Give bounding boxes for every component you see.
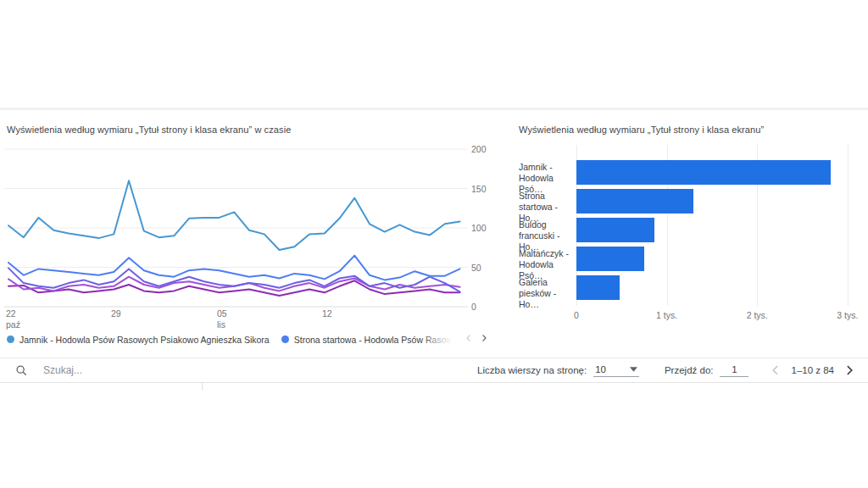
legend-series-label: Jamnik - Hodowla Psów Rasowych Psiakowo … [19, 335, 270, 345]
table-toolbar: Liczba wierszy na stronę: 10 Przejdź do:… [0, 358, 868, 383]
top-divider [0, 108, 868, 110]
bar-chart-plot: 01 tys.2 tys.3 tys.Jamnik -Hodowla Psó…S… [519, 144, 862, 322]
legend-series-dot-icon [281, 336, 289, 343]
page-range-label: 1–10 z 84 [791, 365, 834, 375]
line-chart-canvas[interactable] [0, 144, 509, 313]
line-y-axis-tick: 200 [471, 144, 487, 154]
bar[interactable] [576, 189, 693, 214]
search-input[interactable] [42, 363, 282, 377]
bar-x-axis-tick: 1 tys. [656, 310, 677, 320]
analytics-report-page: Wyświetlenia według wymiaru „Tytuł stron… [0, 0, 868, 488]
line-y-axis-tick: 0 [471, 302, 476, 312]
bar-x-axis-tick: 3 tys. [837, 310, 858, 320]
bar-gridline [848, 145, 849, 306]
rows-per-page-value: 10 [595, 364, 606, 374]
line-chart-legend: Jamnik - Hodowla Psów Rasowych Psiakowo … [7, 331, 507, 347]
rows-per-page-label: Liczba wierszy na stronę: [477, 365, 587, 375]
line-x-axis-tick: 12 [322, 308, 332, 319]
line-x-axis-tick: 22 paź [6, 308, 20, 330]
legend-item[interactable]: Jamnik - Hodowla Psów Rasowych Psiakowo … [7, 335, 270, 345]
line-x-axis-tick: 29 [111, 308, 121, 319]
line-y-axis-tick: 100 [471, 223, 487, 233]
dropdown-caret-icon [630, 367, 637, 372]
bar[interactable] [576, 218, 654, 242]
line-y-axis-tick: 50 [471, 263, 481, 273]
legend-fade [420, 331, 458, 347]
bar-chart-title: Wyświetlenia według wymiaru „Tytuł stron… [519, 125, 764, 135]
pagination-controls: Liczba wierszy na stronę: 10 Przejdź do:… [477, 362, 868, 379]
table-column-divider [202, 382, 203, 391]
goto-page-input[interactable]: 1 [720, 364, 748, 377]
bar-x-axis-tick: 2 tys. [747, 310, 768, 320]
bar[interactable] [576, 160, 831, 185]
bar[interactable] [576, 247, 644, 271]
next-page-icon[interactable] [841, 362, 858, 379]
bar[interactable] [576, 275, 620, 300]
rows-per-page-select[interactable]: 10 [593, 364, 639, 377]
legend-prev-icon[interactable] [463, 331, 475, 345]
legend-next-icon[interactable] [478, 331, 490, 345]
line-chart-title: Wyświetlenia według wymiaru „Tytuł stron… [7, 125, 291, 135]
previous-page-icon[interactable] [767, 362, 784, 379]
line-y-axis-tick: 150 [471, 184, 487, 194]
bar-x-axis-tick: 0 [574, 310, 579, 320]
line-x-axis-tick: 05 lis [217, 308, 227, 330]
goto-page-label: Przejdź do: [665, 365, 714, 375]
legend-series-dot-icon [7, 336, 14, 343]
bar-category-label: Galeriapiesków - Ho… [519, 277, 573, 310]
search-icon [15, 364, 28, 377]
search-box[interactable] [0, 358, 477, 382]
line-chart-plot: 200150100500 22 paź2905 lis12 [0, 144, 509, 313]
